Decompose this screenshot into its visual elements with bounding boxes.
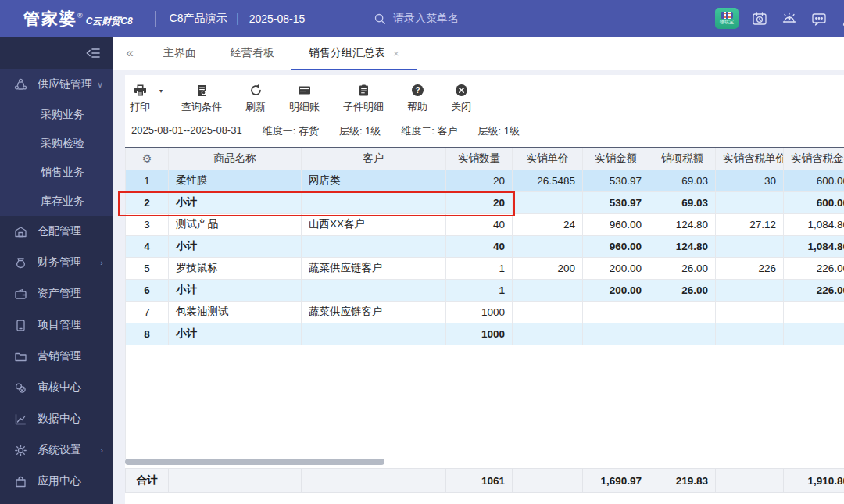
table-cell <box>716 301 784 323</box>
table-cell <box>716 235 784 257</box>
table-cell: 柔性膜 <box>169 170 302 191</box>
column-header-product[interactable]: 商品名称 <box>169 148 302 170</box>
table-cell: 蔬菜供应链客户 <box>302 257 446 279</box>
content-area: 打印 ▾ 查询条件 <box>113 70 844 504</box>
sidebar-item-purchase[interactable]: 采购业务 <box>0 100 113 129</box>
total-label: 合计 <box>126 469 169 493</box>
column-settings-button[interactable]: ⚙ <box>126 148 169 170</box>
table-cell: 226.00 <box>784 279 844 301</box>
message-icon[interactable] <box>810 10 828 27</box>
table-cell: 1,084.80 <box>784 235 844 257</box>
sidebar-item-projects[interactable]: 项目管理 <box>0 309 113 341</box>
table-cell: 1 <box>446 257 513 279</box>
table-cell <box>716 279 784 301</box>
table-cell: 40 <box>446 235 513 257</box>
sidebar-item-warehouse[interactable]: 仓配管理 <box>0 216 113 247</box>
tab-close-icon[interactable]: × <box>393 48 399 59</box>
table-body: 1柔性膜网店类2026.5485530.9769.0330600.002小计20… <box>126 170 844 345</box>
total-row: 合计10611,690.97219.831,910.80 <box>126 469 844 493</box>
row-number: 4 <box>126 235 169 257</box>
app-window: 管家婆 ® C云财贸C8 C8产品演示 │ 2025-08-15 请录入菜单名 … <box>0 0 844 504</box>
column-header-unit-price[interactable]: 实销单价 <box>513 148 583 170</box>
menu-search-input[interactable]: 请录入菜单名 <box>374 0 459 37</box>
query-conditions-button[interactable]: 查询条件 <box>181 83 222 114</box>
column-header-qty[interactable]: 实销数量 <box>446 148 513 170</box>
navbar-divider <box>155 11 156 27</box>
table-row[interactable]: 4小计40960.00124.801,084.80 <box>126 235 844 257</box>
table-cell: 40 <box>446 213 513 235</box>
calendar-icon[interactable] <box>751 10 768 27</box>
table-row[interactable]: 3测试产品山西XX客户4024960.00124.8027.121,084.80 <box>126 213 844 235</box>
search-icon <box>374 13 386 25</box>
report-table: ⚙ 商品名称 客户 实销数量 实销单价 实销金额 销项税额 实销含税单价 实销含… <box>125 147 844 355</box>
table-cell: 1,084.80 <box>784 213 844 235</box>
column-header-tax[interactable]: 销项税额 <box>649 148 716 170</box>
table-cell <box>513 235 583 257</box>
table-cell: 包装油测试 <box>169 301 302 323</box>
chevron-down-icon: ∨ <box>97 80 103 90</box>
column-header-taxed-unit-price[interactable]: 实销含税单价 <box>716 148 784 170</box>
sidebar: 供应链管理 ∨ 采购业务 采购检验 销售业务 库存业务 仓配管理 财务管理 › <box>0 37 113 504</box>
table-row[interactable]: 5罗技鼠标蔬菜供应链客户1200200.0026.00226226.00 <box>126 257 844 279</box>
table-cell: 1000 <box>446 301 513 323</box>
tab-dashboard[interactable]: 经营看板 <box>213 37 291 70</box>
table-row[interactable]: 1柔性膜网店类2026.5485530.9769.0330600.00 <box>126 170 844 191</box>
tab-sales-group-summary[interactable]: 销售分组汇总表 × <box>291 37 417 70</box>
sidebar-item-settings[interactable]: 系统设置 › <box>0 434 113 466</box>
sidebar-item-supply-chain[interactable]: 供应链管理 ∨ <box>0 69 113 100</box>
sidebar-collapse-button[interactable] <box>0 37 113 69</box>
sidebar-item-data-center[interactable]: 数据中心 <box>0 403 113 434</box>
sidebar-item-app-center[interactable]: 应用中心 <box>0 466 113 497</box>
table-cell <box>583 323 649 345</box>
print-dropdown-caret[interactable]: ▾ <box>159 88 163 95</box>
total-cell: 1061 <box>446 469 513 493</box>
chevron-right-icon: › <box>100 445 103 455</box>
user-icon[interactable] <box>840 10 844 27</box>
wulianbao-button[interactable]: 物联宝 <box>715 8 738 29</box>
table-row[interactable]: 7包装油测试蔬菜供应链客户1000 <box>126 301 844 323</box>
sidebar-item-purchase-inspect[interactable]: 采购检验 <box>0 129 113 158</box>
horizontal-scrollbar[interactable] <box>125 459 384 465</box>
close-report-button[interactable]: 关闭 <box>451 83 471 114</box>
table-cell: 69.03 <box>649 170 716 191</box>
brand-name: 管家婆 <box>23 8 77 30</box>
filter-date-range: 2025-08-01--2025-08-31 <box>131 124 242 138</box>
sidebar-item-marketing[interactable]: 营销管理 <box>0 341 113 372</box>
table-cell: 24 <box>513 213 583 235</box>
table-cell <box>513 301 583 323</box>
component-detail-button[interactable]: 子件明细 <box>343 83 384 114</box>
detail-ledger-button[interactable]: 明细账 <box>289 83 320 114</box>
sidebar-item-sales[interactable]: 销售业务 <box>0 158 113 187</box>
table-cell: 小计 <box>169 191 302 213</box>
table-cell: 小计 <box>169 279 302 301</box>
help-button[interactable]: ? 帮助 <box>407 83 427 114</box>
sidebar-item-assets[interactable]: 资产管理 <box>0 278 113 309</box>
business-date[interactable]: 2025-08-15 <box>249 13 306 25</box>
tab-home[interactable]: 主界面 <box>146 37 213 70</box>
alarm-icon[interactable] <box>781 10 798 27</box>
sidebar-item-inventory[interactable]: 库存业务 <box>0 187 113 216</box>
filter-level-1: 层级: 1级 <box>339 124 381 138</box>
sidebar-item-audit[interactable]: 审核中心 <box>0 372 113 403</box>
table-row[interactable]: 2小计20530.9769.03600.00 <box>126 191 844 213</box>
column-header-taxed-amount[interactable]: 实销含税金额 <box>784 148 844 170</box>
shopping-bag-icon <box>14 475 27 488</box>
table-header: ⚙ 商品名称 客户 实销数量 实销单价 实销金额 销项税额 实销含税单价 实销含… <box>126 148 844 170</box>
row-number: 6 <box>126 279 169 301</box>
gear-icon <box>14 444 27 457</box>
table-cell <box>716 191 784 213</box>
tabs-scroll-left-button[interactable]: « <box>113 37 146 70</box>
refresh-button[interactable]: 刷新 <box>245 83 266 114</box>
table-row[interactable]: 8小计1000 <box>126 323 844 345</box>
row-number: 8 <box>126 323 169 345</box>
total-cell <box>513 469 583 493</box>
table-row[interactable]: 6小计1200.0026.00226.00 <box>126 279 844 301</box>
row-number: 7 <box>126 301 169 323</box>
table-cell <box>302 191 446 213</box>
column-header-amount[interactable]: 实销金额 <box>583 148 649 170</box>
gear-icon: ⚙ <box>142 152 152 165</box>
sidebar-item-finance[interactable]: 财务管理 › <box>0 247 113 278</box>
column-header-customer[interactable]: 客户 <box>302 148 446 170</box>
print-button[interactable]: 打印 ▾ <box>130 83 150 114</box>
total-cell <box>169 469 302 493</box>
